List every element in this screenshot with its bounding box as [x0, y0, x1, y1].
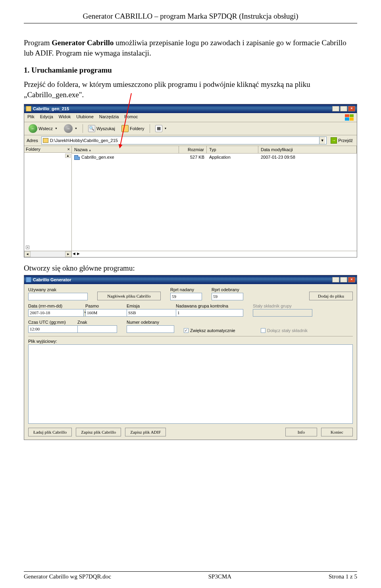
- cabrillo-window: Cabrillo Generator _ □ × Używany znak Na…: [24, 275, 357, 440]
- folder-icon: [121, 125, 129, 132]
- tree-expand-icon[interactable]: +: [26, 246, 29, 249]
- input-numer[interactable]: [127, 325, 174, 333]
- address-field[interactable]: D:\Jarekh\Hobby\Cabrillo_gen_215 ▼: [41, 136, 327, 144]
- checkbox-dolacz[interactable]: [261, 328, 266, 333]
- windows-logo-icon: [345, 114, 354, 121]
- label-plik-wyjsciowy: Plik wyjściowy:: [28, 339, 353, 344]
- chevron-down-icon[interactable]: ▼: [55, 127, 58, 130]
- address-label: Adres: [27, 138, 38, 143]
- label-uzywany-znak: Używany znak: [28, 287, 88, 292]
- go-arrow-icon: →: [331, 137, 337, 144]
- col-name[interactable]: Nazwa: [72, 146, 179, 153]
- close-button[interactable]: ×: [348, 106, 355, 111]
- menu-narzedzia[interactable]: Narzędzia: [99, 114, 119, 121]
- label-zwieksz: Zwiększ automatycznie: [190, 328, 235, 333]
- go-button[interactable]: → Przejdź: [329, 137, 354, 144]
- input-czas[interactable]: [28, 325, 84, 333]
- file-size: 527 KB: [179, 154, 207, 160]
- input-ngk[interactable]: [176, 309, 243, 317]
- toolbar-separator: [150, 124, 150, 133]
- tree-label: Foldery: [26, 147, 40, 152]
- exe-icon: [74, 155, 80, 160]
- minimize-button[interactable]: _: [332, 277, 339, 282]
- menubar: Plik Edycja Widok Ulubione Narzędzia Pom…: [24, 113, 357, 122]
- input-rprt-nadany[interactable]: [170, 293, 202, 300]
- label-dolacz: Dołącz stały składnik: [267, 328, 308, 333]
- close-button[interactable]: ×: [348, 277, 355, 282]
- chevron-down-icon[interactable]: ▼: [164, 127, 167, 130]
- label-emisja: Emisja: [127, 304, 166, 308]
- scroll-left-icon[interactable]: ◄: [72, 251, 76, 257]
- label-ssg: Stały składnik grupy: [253, 304, 312, 308]
- input-uzywany-znak[interactable]: [28, 293, 88, 300]
- menu-ulubione[interactable]: Ulubione: [76, 114, 93, 121]
- col-date[interactable]: Data modyfikacji: [258, 146, 357, 153]
- input-ssg: [253, 309, 312, 317]
- intro-prefix: Program: [24, 38, 52, 47]
- zapisz-cbr-button[interactable]: Zapisz plik Cabrillo: [76, 428, 121, 436]
- info-button[interactable]: Info: [285, 428, 317, 436]
- intro-bold: Generator Cabrillo: [52, 38, 114, 47]
- folder-icon: [43, 138, 48, 143]
- dodaj-button[interactable]: Dodaj do pliku: [309, 292, 353, 300]
- scroll-right-icon[interactable]: ►: [65, 251, 71, 257]
- views-button[interactable]: ▦ ▼: [153, 124, 169, 133]
- label-rprt-nadany: Rprt nadany: [170, 287, 202, 292]
- scroll-right-icon[interactable]: ►: [76, 251, 81, 257]
- file-row[interactable]: Cabrillo_gen.exe 527 KB Application 2007…: [72, 154, 357, 161]
- search-label: Wyszukaj: [96, 126, 115, 131]
- menu-plik[interactable]: Plik: [27, 114, 35, 121]
- tree-hscroll[interactable]: ◄ ►: [24, 251, 71, 257]
- select-emisja[interactable]: [127, 309, 182, 317]
- scroll-up-icon[interactable]: ▲: [65, 154, 71, 158]
- input-data[interactable]: [28, 309, 84, 317]
- tree-close-icon[interactable]: ×: [67, 147, 70, 152]
- address-dropdown-icon[interactable]: ▼: [319, 137, 325, 144]
- label-pasmo: Pasmo: [85, 304, 117, 308]
- cabrillo-titlebar: Cabrillo Generator _ □ ×: [24, 275, 357, 284]
- file-name: Cabrillo_gen.exe: [81, 155, 114, 159]
- list-pane: Nazwa Rozmiar Typ Data modyfikacji Cabri…: [72, 146, 357, 257]
- app-icon: [26, 277, 31, 282]
- toolbar: ← Wstecz ▼ → ▼ 🔍 Wyszukaj Foldery ▦ ▼: [24, 122, 357, 135]
- col-size[interactable]: Rozmiar: [179, 146, 207, 153]
- scroll-left-icon[interactable]: ◄: [24, 251, 31, 257]
- input-rprt-odebrany[interactable]: [212, 293, 243, 300]
- folders-label: Foldery: [130, 126, 144, 131]
- label-ngk: Nadawana grupa kontrolna: [176, 304, 243, 308]
- cabrillo-title: Cabrillo Generator: [33, 277, 332, 282]
- list-hscroll[interactable]: ◄ ►: [72, 251, 357, 257]
- maximize-button[interactable]: □: [340, 277, 347, 282]
- forward-button[interactable]: → ▼: [62, 123, 79, 134]
- folder-icon: [26, 106, 31, 111]
- checkbox-zwieksz[interactable]: ✓: [184, 328, 189, 333]
- form-separator: [28, 336, 353, 336]
- laduj-button[interactable]: Ładuj plik Cabrillo: [28, 428, 72, 436]
- chevron-down-icon[interactable]: ▼: [75, 127, 77, 130]
- col-type[interactable]: Typ: [207, 146, 258, 153]
- after-explorer-text: Otworzy się okno główne programu:: [24, 264, 357, 273]
- naglowek-button[interactable]: Nagłówek pliku Cabrillo: [97, 292, 161, 300]
- label-numer: Numer odebrany: [127, 320, 174, 325]
- column-headers: Nazwa Rozmiar Typ Data modyfikacji: [72, 146, 357, 154]
- minimize-button[interactable]: _: [332, 106, 339, 111]
- header-rule: [24, 23, 357, 23]
- back-button[interactable]: ← Wstecz ▼: [27, 123, 60, 134]
- explorer-window: Cabrillo_gen_215 _ □ × Plik Edycja Widok…: [24, 104, 357, 257]
- menu-widok[interactable]: Widok: [59, 114, 71, 121]
- zapisz-adif-button[interactable]: Zapisz plik ADIF: [125, 428, 166, 436]
- label-rprt-odebrany: Rprt odebrany: [212, 287, 243, 292]
- maximize-button[interactable]: □: [340, 106, 347, 111]
- koniec-button[interactable]: Koniec: [321, 428, 353, 436]
- menu-edycja[interactable]: Edycja: [40, 114, 53, 121]
- back-label: Wstecz: [38, 126, 53, 131]
- address-bar: Adres D:\Jarekh\Hobby\Cabrillo_gen_215 ▼…: [24, 135, 357, 146]
- page-footer: Generator Cabrillo wg SP7DQR.doc SP3CMA …: [24, 571, 357, 580]
- search-button[interactable]: 🔍 Wyszukaj: [86, 124, 117, 133]
- footer-left: Generator Cabrillo wg SP7DQR.doc: [24, 573, 111, 580]
- input-znak[interactable]: [77, 325, 117, 333]
- explorer-title: Cabrillo_gen_215: [33, 106, 332, 111]
- intro-paragraph: Program Generator Cabrillo umożliwia prz…: [24, 38, 357, 58]
- label-znak: Znak: [77, 320, 117, 325]
- output-textarea[interactable]: [28, 344, 353, 424]
